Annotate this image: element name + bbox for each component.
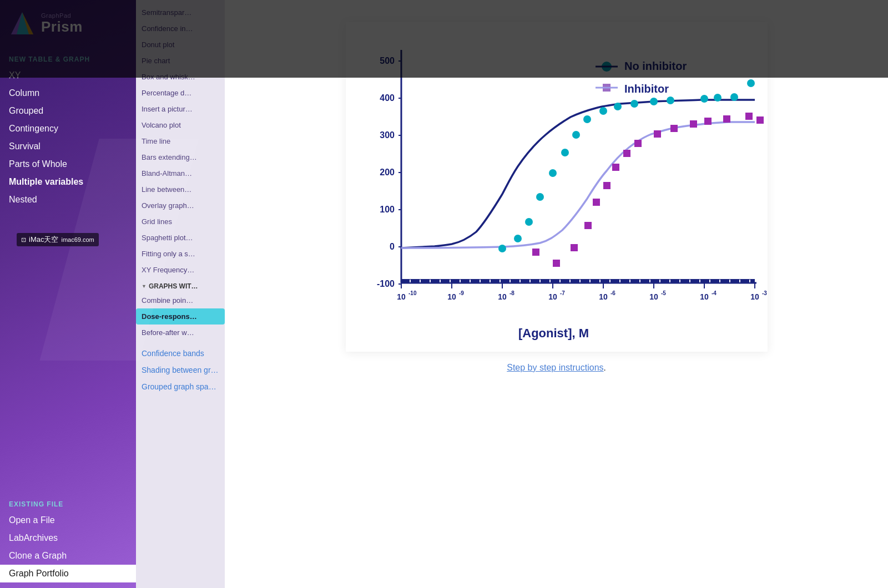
svg-text:-3: -3 — [762, 290, 767, 296]
middle-item-overlay-graph[interactable]: Overlay graph… — [136, 197, 225, 214]
middle-item-line-between[interactable]: Line between… — [136, 181, 225, 197]
svg-rect-35 — [460, 280, 461, 282]
middle-item-fitting-only[interactable]: Fitting only a s… — [136, 246, 225, 262]
svg-text:10: 10 — [397, 292, 406, 301]
svg-rect-105 — [654, 130, 661, 138]
sidebar-item-labarchives[interactable]: LabArchives — [0, 529, 136, 547]
middle-item-xy-frequency[interactable]: XY Frequency… — [136, 262, 225, 278]
svg-rect-49 — [599, 280, 601, 282]
svg-text:-100: -100 — [376, 279, 394, 288]
sidebar: GraphPad Prism NEW TABLE & GRAPH XY Colu… — [0, 0, 136, 588]
svg-text:10: 10 — [447, 292, 456, 301]
svg-rect-58 — [689, 280, 690, 282]
sidebar-item-multiple-variables[interactable]: Multiple variables — [0, 173, 136, 191]
sidebar-item-contingency[interactable]: Contingency — [0, 120, 136, 138]
svg-rect-36 — [470, 280, 471, 282]
svg-rect-55 — [659, 280, 660, 282]
middle-item-combine-point[interactable]: Combine poin… — [136, 292, 225, 308]
svg-rect-64 — [749, 280, 750, 282]
svg-rect-45 — [559, 280, 561, 282]
svg-rect-44 — [549, 280, 551, 282]
step-by-step-link[interactable]: Step by step instructions — [507, 363, 603, 372]
svg-point-85 — [561, 149, 569, 156]
svg-point-93 — [700, 95, 708, 103]
svg-text:-7: -7 — [560, 290, 565, 296]
svg-text:-5: -5 — [661, 290, 666, 296]
middle-item-dose-response[interactable]: Dose-respons… — [136, 308, 225, 325]
svg-rect-57 — [679, 280, 680, 282]
data-point-inhibitor — [532, 249, 539, 256]
middle-item-grid-lines[interactable]: Grid lines — [136, 214, 225, 230]
middle-item-insert-picture[interactable]: Insert a pictur… — [136, 101, 225, 117]
svg-rect-108 — [704, 118, 712, 125]
sidebar-item-nested[interactable]: Nested — [0, 191, 136, 209]
watermark-icon: ⊡ — [21, 236, 26, 244]
middle-item-bars-extending[interactable]: Bars extending… — [136, 149, 225, 165]
x-axis-label: [Agonist], M — [357, 326, 751, 341]
svg-rect-60 — [709, 280, 710, 282]
svg-rect-34 — [450, 280, 451, 282]
middle-item-grouped-spacing[interactable]: Grouped graph spacing — [136, 378, 225, 395]
svg-point-94 — [714, 94, 722, 102]
middle-item-shading-between[interactable]: Shading between grid lines — [136, 362, 225, 378]
svg-point-88 — [599, 107, 607, 115]
middle-item-spaghetti-plot[interactable]: Spaghetti plot… — [136, 230, 225, 246]
sidebar-item-grouped[interactable]: Grouped — [0, 102, 136, 120]
svg-rect-53 — [639, 280, 640, 282]
svg-rect-51 — [619, 280, 620, 282]
svg-rect-110 — [745, 113, 753, 120]
top-overlay — [0, 0, 888, 78]
svg-rect-101 — [603, 182, 610, 189]
svg-text:10: 10 — [750, 292, 759, 301]
sidebar-item-clone-graph[interactable]: Clone a Graph — [0, 547, 136, 565]
svg-rect-111 — [756, 116, 764, 124]
svg-point-89 — [614, 103, 622, 110]
svg-rect-61 — [719, 280, 720, 282]
sidebar-item-graph-portfolio[interactable]: Graph Portfolio — [0, 565, 136, 582]
svg-rect-63 — [739, 280, 740, 282]
svg-rect-59 — [699, 280, 700, 282]
sidebar-item-column[interactable]: Column — [0, 84, 136, 102]
sidebar-item-open-file[interactable]: Open a File — [0, 511, 136, 529]
svg-point-91 — [650, 98, 658, 105]
svg-text:10: 10 — [700, 292, 709, 301]
svg-text:-10: -10 — [408, 290, 417, 296]
svg-rect-104 — [634, 140, 642, 147]
graphs-with-section: ▼ GRAPHS WIT… — [136, 278, 225, 292]
svg-text:200: 200 — [380, 168, 395, 177]
main-graph-area: 500 400 300 200 100 0 -100 — [225, 0, 888, 588]
svg-text:10: 10 — [599, 292, 608, 301]
middle-panel: Semitranspar… Confidence in… Donut plot … — [136, 0, 225, 588]
middle-item-before-after[interactable]: Before-after w… — [136, 325, 225, 341]
svg-text:0: 0 — [390, 242, 395, 251]
legend-label-inhibitor: Inhibitor — [624, 83, 669, 95]
watermark-text: iMac天空 — [29, 235, 58, 245]
svg-text:-4: -4 — [712, 290, 717, 296]
svg-rect-106 — [670, 125, 678, 132]
svg-rect-109 — [723, 115, 730, 123]
page-wrapper: GraphPad Prism NEW TABLE & GRAPH XY Colu… — [0, 0, 888, 588]
svg-rect-37 — [480, 280, 481, 282]
sidebar-item-survival[interactable]: Survival — [0, 138, 136, 155]
middle-item-time-line[interactable]: Time line — [136, 133, 225, 149]
svg-text:400: 400 — [380, 93, 395, 103]
section-triangle-icon: ▼ — [142, 283, 147, 289]
svg-rect-56 — [669, 280, 670, 282]
svg-rect-41 — [519, 280, 521, 282]
svg-rect-54 — [649, 280, 650, 282]
svg-point-95 — [730, 93, 738, 101]
svg-rect-30 — [410, 280, 411, 282]
sidebar-item-parts-of-whole[interactable]: Parts of Whole — [0, 155, 136, 173]
middle-item-bland-altman[interactable]: Bland-Altman… — [136, 165, 225, 181]
svg-rect-50 — [609, 280, 610, 282]
middle-item-confidence-bands[interactable]: Confidence bands — [136, 345, 225, 362]
svg-rect-107 — [690, 120, 697, 128]
svg-rect-100 — [593, 199, 600, 206]
graphs-with-label: GRAPHS WIT… — [149, 282, 198, 290]
data-point-no-inhibitor — [498, 245, 506, 252]
svg-rect-47 — [579, 280, 581, 282]
svg-point-90 — [630, 100, 638, 108]
svg-rect-62 — [729, 280, 730, 282]
middle-item-volcano-plot[interactable]: Volcano plot — [136, 117, 225, 133]
middle-item-percentage[interactable]: Percentage d… — [136, 85, 225, 101]
